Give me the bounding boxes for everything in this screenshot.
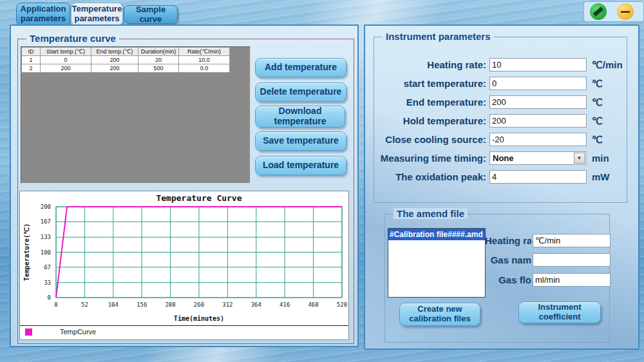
svg-text:Temperature(℃): Temperature(℃) — [23, 224, 30, 281]
svg-text:208: 208 — [165, 301, 175, 308]
legend-label: TempCurve — [60, 328, 96, 336]
delete-temperature-button[interactable]: Delete temperature — [255, 82, 346, 102]
svg-text:33: 33 — [44, 280, 51, 286]
start-temperature-label: start temperature: — [404, 78, 486, 89]
col-end-temp: End temp.(℃) — [91, 48, 138, 56]
oxidation-peak-unit: mW — [592, 171, 610, 182]
tab-temperature-parameters[interactable]: Temperature parameters — [71, 3, 123, 26]
create-calibration-files-button[interactable]: Create new calibration files — [399, 303, 480, 326]
svg-text:167: 167 — [41, 218, 51, 225]
svg-text:52: 52 — [81, 301, 88, 308]
status-icon-glyph — [590, 3, 607, 20]
close-cooling-source-unit: ℃ — [592, 134, 603, 146]
window-controls — [583, 1, 644, 22]
instrument-coefficient-button[interactable]: Instrument coefficient — [518, 301, 601, 323]
svg-text:67: 67 — [44, 264, 51, 271]
right-panel: Instrument parameters Heating rate: ℃/mi… — [364, 24, 639, 350]
tab-label: Sample curve — [124, 5, 177, 24]
svg-text:104: 104 — [108, 301, 118, 308]
cell-end-temp[interactable]: 200 — [91, 64, 138, 73]
add-temperature-button[interactable]: Add temperature — [255, 58, 346, 77]
heating-rate-label: Heating rate: — [427, 59, 486, 70]
amend-file-title: The amend file — [393, 208, 468, 219]
cell-id[interactable]: 2 — [22, 64, 41, 73]
svg-text:0: 0 — [54, 301, 57, 308]
tab-label: Application parameters — [17, 5, 70, 23]
svg-text:100: 100 — [41, 249, 51, 256]
chevron-down-icon[interactable]: ▼ — [574, 153, 585, 164]
close-cooling-source-label: Close cooling source: — [385, 134, 486, 145]
measuring-time-timing-select[interactable]: None ▼ — [489, 151, 586, 165]
chart-legend: TempCurve — [20, 325, 348, 339]
tab-label: Temperature parameters — [71, 5, 122, 23]
table-row: 1 0 200 20 10.0 — [22, 56, 230, 64]
end-temperature-unit: ℃ — [592, 97, 603, 108]
cell-duration[interactable]: 500 — [138, 64, 179, 73]
cell-start-temp[interactable]: 200 — [41, 64, 91, 73]
hold-temperature-input[interactable] — [489, 114, 587, 128]
svg-text:520: 520 — [337, 301, 347, 308]
svg-text:Time(minutes): Time(minutes) — [174, 315, 224, 322]
table-row: 2 200 200 500 0.0 — [22, 64, 230, 73]
instrument-parameters-title: Instrument parameters — [383, 31, 494, 42]
close-cooling-source-input[interactable] — [489, 133, 587, 146]
tab-sample-curve[interactable]: Sample curve — [124, 5, 178, 24]
col-id: ID — [22, 48, 41, 56]
svg-text:156: 156 — [137, 301, 147, 308]
cell-start-temp[interactable]: 0 — [41, 56, 91, 64]
heating-rate-unit: ℃/min — [592, 59, 623, 71]
gas-flow-label: Gas flo — [485, 274, 531, 285]
hold-temperature-unit: ℃ — [592, 115, 603, 127]
minimize-icon-glyph — [617, 3, 634, 20]
oxidation-peak-input[interactable] — [489, 170, 587, 184]
table-header-row: ID Start temp.(℃) End temp.(℃) Duration(… — [22, 48, 230, 56]
cell-id[interactable]: 1 — [22, 56, 41, 64]
oxidation-peak-label: The oxidation peak: — [395, 171, 486, 182]
col-duration: Duration(min) — [138, 48, 179, 56]
measuring-time-timing-unit: min — [592, 153, 609, 164]
temperature-curve-chart: 0521041562082603123644164685200336710013… — [19, 191, 349, 340]
hold-temperature-label: Hold temperature: — [403, 115, 486, 126]
save-temperature-button[interactable]: Save temperature — [255, 131, 346, 151]
svg-text:260: 260 — [194, 301, 204, 308]
load-temperature-button[interactable]: Load temperature — [255, 156, 346, 175]
start-temperature-input[interactable] — [489, 77, 587, 90]
status-icon[interactable] — [590, 3, 607, 20]
legend-swatch — [25, 329, 32, 336]
col-start-temp: Start temp.(℃) — [41, 48, 91, 56]
svg-text:Temperature Curve: Temperature Curve — [156, 193, 242, 203]
download-temperature-button[interactable]: Download temperature — [255, 106, 345, 128]
cell-end-temp[interactable]: 200 — [91, 56, 138, 64]
gas-name-label: Gas nam — [485, 254, 531, 265]
svg-text:312: 312 — [222, 301, 232, 308]
svg-text:0: 0 — [48, 294, 51, 301]
end-temperature-label: End temperature: — [406, 97, 486, 108]
start-temperature-unit: ℃ — [592, 78, 603, 90]
amend-heating-rate-label: Heating ra — [485, 235, 531, 246]
svg-text:133: 133 — [41, 234, 51, 240]
svg-text:416: 416 — [279, 301, 290, 308]
temperature-curve-group-title: Temperature curve — [26, 33, 119, 44]
svg-text:468: 468 — [308, 301, 318, 308]
temperature-table-area: ID Start temp.(℃) End temp.(℃) Duration(… — [21, 46, 251, 184]
cell-rate[interactable]: 10.0 — [179, 56, 230, 64]
chart-canvas: 0521041562082603123644164685200336710013… — [20, 191, 347, 325]
heating-rate-input[interactable] — [489, 58, 587, 71]
gas-flow-input[interactable] — [533, 273, 611, 287]
selected-option: None — [493, 153, 514, 163]
temperature-parameters-panel: Temperature curve ID Start temp.(℃) End … — [10, 24, 359, 347]
svg-text:200: 200 — [41, 204, 51, 210]
svg-text:364: 364 — [251, 301, 261, 308]
gas-name-input[interactable] — [533, 253, 611, 267]
amend-heating-rate-input[interactable] — [533, 234, 611, 247]
temperature-table: ID Start temp.(℃) End temp.(℃) Duration(… — [21, 47, 230, 73]
end-temperature-input[interactable] — [489, 95, 587, 109]
tab-application-parameters[interactable]: Application parameters — [16, 3, 70, 26]
col-rate: Rate(℃/min) — [179, 48, 230, 56]
measuring-time-timing-label: Measuring time timing: — [381, 153, 486, 164]
cell-duration[interactable]: 20 — [138, 56, 179, 64]
cell-rate[interactable]: 0.0 — [179, 64, 230, 73]
minimize-icon[interactable] — [617, 3, 634, 20]
